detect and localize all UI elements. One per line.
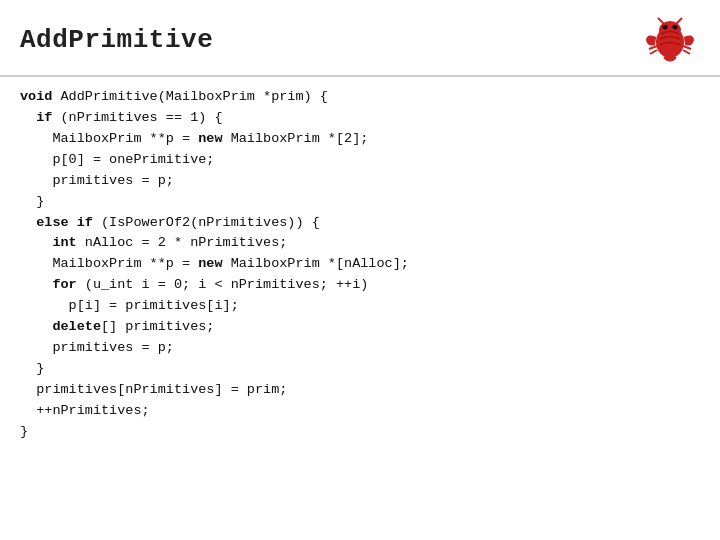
svg-line-8 — [683, 46, 691, 49]
svg-line-4 — [658, 18, 665, 25]
page-container: AddPrimitive — [0, 0, 720, 540]
svg-line-6 — [649, 46, 657, 49]
svg-point-2 — [662, 24, 667, 29]
svg-point-3 — [672, 24, 677, 29]
page-title: AddPrimitive — [20, 25, 213, 55]
code-area: void AddPrimitive(MailboxPrim *prim) { i… — [0, 77, 720, 540]
svg-line-9 — [683, 50, 690, 54]
logo-container — [640, 12, 700, 67]
header: AddPrimitive — [0, 0, 720, 77]
svg-line-5 — [675, 18, 682, 25]
svg-line-7 — [650, 50, 657, 54]
code-block: void AddPrimitive(MailboxPrim *prim) { i… — [20, 87, 700, 443]
logo-icon — [643, 14, 698, 66]
